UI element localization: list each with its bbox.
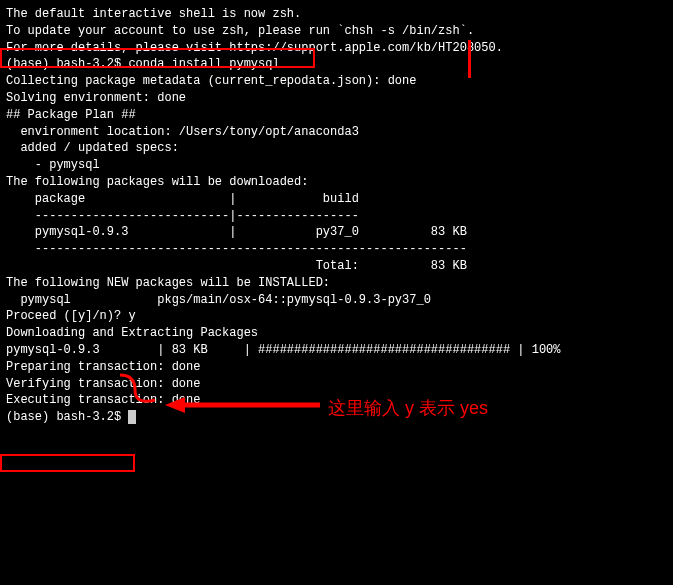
install-item: pymysql pkgs/main/osx-64::pymysql-0.9.3-… — [6, 292, 667, 309]
transaction-line: Verifying transaction: done — [6, 376, 667, 393]
annotation-highlight-package — [0, 454, 135, 472]
proceed-input[interactable]: y — [128, 309, 135, 323]
transaction-line: Preparing transaction: done — [6, 359, 667, 376]
install-header: The following NEW packages will be INSTA… — [6, 275, 667, 292]
proceed-prompt: Proceed ([y]/n)? y — [6, 308, 667, 325]
progress-line: pymysql-0.9.3 | 83 KB | ################… — [6, 342, 667, 359]
prompt-line[interactable]: (base) bash-3.2$ — [6, 409, 667, 426]
env-location: environment location: /Users/tony/opt/an… — [6, 124, 667, 141]
shell-notice-line: To update your account to use zsh, pleas… — [6, 23, 667, 40]
transaction-line: Executing transaction: done — [6, 392, 667, 409]
table-header: package | build — [6, 191, 667, 208]
download-header: The following packages will be downloade… — [6, 174, 667, 191]
spec-item: - pymysql — [6, 157, 667, 174]
prompt-prefix: (base) bash-3.2$ — [6, 410, 128, 424]
prompt-line: (base) bash-3.2$ conda install pymysql — [6, 56, 667, 73]
entered-command: conda install pymysql — [128, 57, 279, 71]
shell-notice-line: The default interactive shell is now zsh… — [6, 6, 667, 23]
table-row: pymysql-0.9.3 | py37_0 83 KB — [6, 224, 667, 241]
download-extract-header: Downloading and Extracting Packages — [6, 325, 667, 342]
shell-notice-line: For more details, please visit https://s… — [6, 40, 667, 57]
table-total: Total: 83 KB — [6, 258, 667, 275]
proceed-label: Proceed ([y]/n)? — [6, 309, 128, 323]
table-divider: ---------------------------|------------… — [6, 208, 667, 225]
prompt-prefix: (base) bash-3.2$ — [6, 57, 128, 71]
table-divider: ----------------------------------------… — [6, 241, 667, 258]
package-plan-header: ## Package Plan ## — [6, 107, 667, 124]
output-line: Solving environment: done — [6, 90, 667, 107]
terminal-output[interactable]: The default interactive shell is now zsh… — [6, 6, 667, 426]
output-line: Collecting package metadata (current_rep… — [6, 73, 667, 90]
specs-header: added / updated specs: — [6, 140, 667, 157]
cursor[interactable] — [128, 410, 136, 424]
